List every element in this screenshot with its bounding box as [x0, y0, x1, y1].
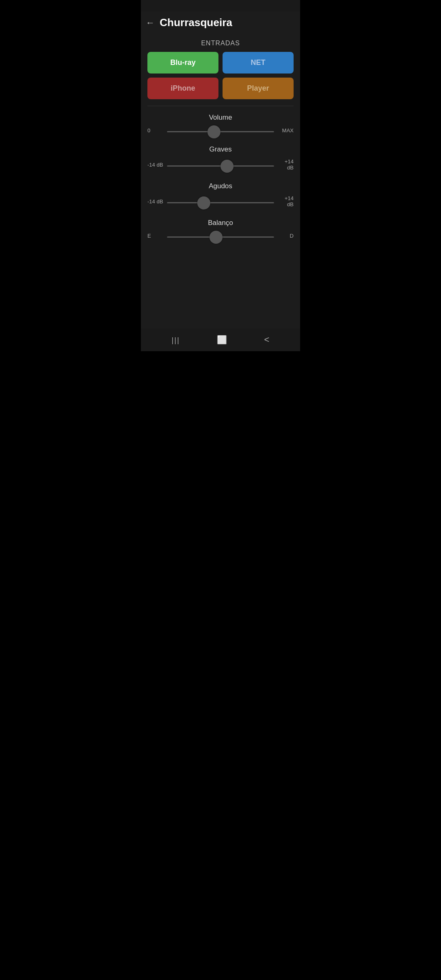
player-button[interactable]: Player [223, 78, 294, 99]
balanco-row: E D [147, 232, 294, 239]
nav-home-icon[interactable] [217, 334, 227, 345]
main-content: ENTRADAS Blu-ray NET iPhone Player Volum… [141, 34, 300, 328]
divider [147, 106, 294, 106]
volume-title: Volume [147, 114, 294, 122]
nav-menu-icon[interactable] [172, 334, 180, 345]
balanco-min-label: E [147, 233, 164, 239]
graves-slider[interactable] [167, 165, 274, 167]
volume-row: 0 MAX [147, 127, 294, 134]
agudos-slider[interactable] [167, 202, 274, 203]
graves-min-label: -14 dB [147, 162, 164, 168]
agudos-slider-wrapper [167, 198, 274, 205]
bluray-button[interactable]: Blu-ray [147, 52, 218, 74]
volume-min-label: 0 [147, 127, 164, 134]
graves-row: -14 dB +14dB [147, 158, 294, 171]
net-button[interactable]: NET [223, 52, 294, 74]
nav-back-icon[interactable] [264, 334, 270, 345]
graves-slider-wrapper [167, 161, 274, 168]
agudos-max-label: +14dB [277, 195, 294, 207]
agudos-section: Agudos -14 dB +14dB [147, 182, 294, 207]
volume-slider[interactable] [167, 131, 274, 132]
page-title: Churrasqueira [160, 16, 232, 29]
balanco-title: Balanço [147, 219, 294, 227]
volume-section: Volume 0 MAX [147, 114, 294, 134]
nav-bar [141, 328, 300, 351]
agudos-row: -14 dB +14dB [147, 195, 294, 207]
balanco-section: Balanço E D [147, 219, 294, 239]
agudos-min-label: -14 dB [147, 198, 164, 205]
header: ← Churrasqueira [141, 11, 300, 34]
graves-title: Graves [147, 145, 294, 154]
back-button[interactable]: ← [146, 18, 155, 28]
entradas-label: ENTRADAS [147, 40, 294, 47]
status-bar [141, 0, 300, 11]
balanco-slider[interactable] [167, 236, 274, 238]
graves-section: Graves -14 dB +14dB [147, 145, 294, 171]
iphone-button[interactable]: iPhone [147, 78, 218, 99]
inputs-grid: Blu-ray NET iPhone Player [147, 52, 294, 99]
agudos-title: Agudos [147, 182, 294, 190]
balanco-slider-wrapper [167, 232, 274, 239]
volume-slider-wrapper [167, 127, 274, 134]
graves-max-label: +14dB [277, 158, 294, 171]
balanco-max-label: D [277, 233, 294, 239]
volume-max-label: MAX [277, 127, 294, 134]
